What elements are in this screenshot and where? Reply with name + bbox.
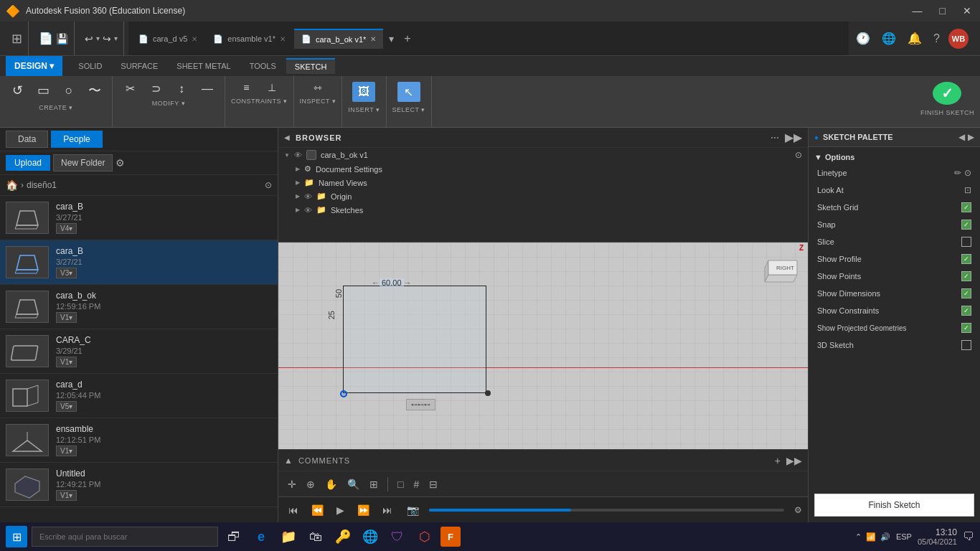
file-version[interactable]: V4▾ [56, 223, 77, 234]
file-version[interactable]: V1▾ [56, 490, 77, 501]
zoom-tool-icon[interactable]: 🔍 [344, 476, 363, 492]
option-look-at[interactable]: Look At ⊡ [809, 182, 980, 199]
file-version[interactable]: V1▾ [56, 312, 77, 323]
trim-tool[interactable]: ✂ [118, 79, 141, 98]
close-button[interactable]: ✕ [960, 5, 974, 17]
sketch-grid-checkbox[interactable]: ✓ [961, 202, 971, 212]
file-item[interactable]: cara_B 3/27/21 V3▾ [0, 240, 278, 285]
option-3d-sketch[interactable]: 3D Sketch [809, 336, 980, 354]
select-label[interactable]: SELECT ▾ [392, 106, 425, 113]
tab-close-icon[interactable]: ✕ [370, 35, 376, 43]
linetype-copy-icon[interactable]: ⊙ [964, 168, 971, 178]
wifi-icon[interactable]: 📶 [866, 532, 876, 542]
option-show-projected[interactable]: Show Projected Geometries ✓ [809, 319, 980, 336]
maximize-button[interactable]: □ [937, 5, 948, 17]
file-item[interactable]: CARA_C 3/29/21 V1▾ [0, 329, 278, 374]
3d-sketch-checkbox[interactable] [961, 340, 971, 350]
fit-tool-icon[interactable]: ⊞ [366, 476, 382, 492]
tab-cara-d[interactable]: 📄 cara_d v5 ✕ [131, 29, 204, 49]
show-projected-checkbox[interactable]: ✓ [961, 323, 971, 333]
undo-icon[interactable]: ↩ [85, 33, 93, 44]
browser-doc-settings[interactable]: ▶ ⚙ Document Settings [278, 162, 808, 176]
finish-label[interactable]: FINISH SKETCH [920, 109, 974, 116]
language-indicator[interactable]: ESP [896, 532, 912, 541]
timeline-settings-icon[interactable]: ⚙ [794, 505, 802, 515]
time-display[interactable]: 13:10 05/04/2021 [918, 527, 957, 546]
timeline-last-icon[interactable]: ⏭ [378, 502, 397, 518]
slice-checkbox[interactable] [961, 237, 971, 247]
taskbar-fusion-icon[interactable]: F [440, 527, 461, 547]
tab-sheet-metal[interactable]: SHEET METAL [168, 59, 239, 73]
horizontal-constraint[interactable]: ≡ [235, 79, 258, 96]
tab-ensamble[interactable]: 📄 ensamble v1* ✕ [206, 29, 293, 49]
show-points-checkbox[interactable]: ✓ [961, 271, 971, 281]
show-constraints-checkbox[interactable]: ✓ [961, 306, 971, 316]
eye-visible-icon[interactable]: 👁 [294, 151, 302, 159]
timeline-prev-icon[interactable]: ⏪ [307, 502, 328, 518]
show-dimensions-checkbox[interactable]: ✓ [961, 288, 971, 298]
tab-solid[interactable]: SOLID [70, 59, 110, 73]
file-version[interactable]: V1▾ [56, 357, 77, 367]
timeline-first-icon[interactable]: ⏮ [284, 502, 303, 518]
search-input[interactable] [32, 527, 218, 547]
tab-surface[interactable]: SURFACE [112, 59, 166, 73]
rect-tool[interactable]: ▭ [32, 80, 55, 102]
browser-named-views[interactable]: ▶ 📁 Named Views [278, 176, 808, 189]
design-button[interactable]: DESIGN ▾ [6, 56, 62, 76]
notification-center-icon[interactable]: 🗨 [963, 530, 974, 543]
taskbar-shield-icon[interactable]: 🛡 [386, 525, 409, 548]
timeline-play-icon[interactable]: ▶ [332, 502, 349, 518]
spline-tool[interactable]: 〜 [83, 79, 106, 103]
fillet-tool[interactable]: — [196, 80, 219, 98]
taskbar-taskview-icon[interactable]: 🗗 [222, 525, 245, 548]
comments-expand-icon[interactable]: ▲ [284, 456, 293, 466]
circle-tool[interactable]: ○ [57, 80, 80, 102]
insert-label[interactable]: INSERT ▾ [348, 106, 380, 113]
tab-sketch[interactable]: SKETCH [286, 58, 336, 74]
file-item[interactable]: cara_b_ok 12:59:16 PM V1▾ [0, 285, 278, 329]
timeline-track[interactable] [429, 509, 784, 512]
file-item[interactable]: Untitled 12:49:21 PM V1▾ [0, 463, 278, 507]
file-version[interactable]: V1▾ [56, 446, 77, 456]
linetype-icon[interactable]: ✏ [954, 168, 961, 178]
redo-dropdown[interactable]: ▾ [114, 34, 118, 42]
eye-icon[interactable]: 👁 [304, 206, 312, 215]
help-icon[interactable]: ? [930, 29, 943, 48]
dimension-tool[interactable]: ⇿ [306, 79, 329, 96]
taskbar-store-icon[interactable]: 🛍 [304, 525, 327, 548]
show-profile-checkbox[interactable]: ✓ [961, 254, 971, 264]
option-show-dimensions[interactable]: Show Dimensions ✓ [809, 285, 980, 302]
volume-icon[interactable]: 🔊 [880, 532, 890, 542]
network-icon[interactable]: 🌐 [879, 29, 899, 48]
option-show-points[interactable]: Show Points ✓ [809, 268, 980, 285]
file-version[interactable]: V5▾ [56, 401, 77, 412]
redo-icon[interactable]: ↪ [103, 33, 111, 44]
grid-icon[interactable]: # [410, 476, 423, 492]
insert-image-tool[interactable]: 🖼 [348, 79, 380, 105]
notification-icon[interactable]: 🔔 [905, 29, 925, 48]
taskbar-chrome-icon[interactable]: 🌐 [359, 525, 382, 548]
display-settings-icon[interactable]: ⊟ [425, 476, 441, 492]
option-show-profile[interactable]: Show Profile ✓ [809, 250, 980, 268]
taskbar-edge-icon[interactable]: e [250, 525, 273, 548]
viewport[interactable]: RIGHT Z ← 60.00 → 25 50 [278, 242, 808, 449]
look-at-icon[interactable]: ⊡ [964, 185, 971, 195]
upload-button[interactable]: Upload [6, 155, 50, 171]
offset-tool[interactable]: ⊃ [144, 79, 167, 98]
eye-icon[interactable]: 👁 [304, 192, 312, 201]
browser-sketches[interactable]: ▶ 👁 📁 Sketches [278, 203, 808, 217]
browser-file-item[interactable]: ▼ 👁 cara_b_ok v1 ⊙ [278, 148, 808, 162]
target-icon[interactable]: ⊙ [795, 150, 802, 160]
constraints-label[interactable]: CONSTRAINTS ▾ [231, 98, 288, 105]
options-header[interactable]: ▼ Options [809, 150, 980, 164]
history-icon[interactable]: 🕐 [853, 29, 873, 48]
palette-left-icon[interactable]: ◀ [958, 132, 965, 142]
mirror-tool[interactable]: ↕ [170, 80, 193, 98]
data-tab-button[interactable]: Data [6, 131, 48, 148]
tab-dropdown[interactable]: ▾ [385, 33, 398, 44]
file-item[interactable]: ensamble 12:12:51 PM V1▾ [0, 418, 278, 463]
home-icon[interactable]: 🏠 [6, 179, 18, 191]
arc-tool[interactable]: ↺ [6, 80, 29, 102]
create-label[interactable]: CREATE ▾ [39, 104, 72, 111]
browser-expand-icon[interactable]: ▶▶ [785, 131, 802, 144]
